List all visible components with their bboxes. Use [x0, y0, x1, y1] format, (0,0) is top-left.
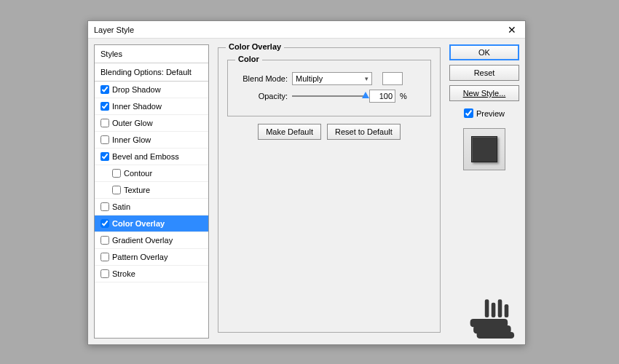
center-panel: Color Overlay Color Blend Mode: Multiply…: [215, 44, 443, 339]
styles-panel: Styles Blending Options: Default Drop Sh…: [94, 44, 209, 339]
style-row-outer-glow[interactable]: Outer Glow: [95, 115, 208, 132]
svg-rect-3: [505, 304, 509, 317]
opacity-row: Opacity: %: [237, 90, 422, 103]
style-checkbox[interactable]: [100, 253, 109, 261]
style-label: Drop Shadow: [112, 85, 161, 94]
style-row-pattern-overlay[interactable]: Pattern Overlay: [95, 249, 208, 266]
style-row-contour[interactable]: Contour: [95, 165, 208, 182]
style-label: Inner Shadow: [112, 102, 162, 111]
style-row-texture[interactable]: Texture: [95, 182, 208, 199]
preview-checkbox[interactable]: [464, 108, 473, 118]
style-label: Contour: [124, 169, 152, 178]
defaults-row: Make Default Reset to Default: [227, 124, 431, 140]
style-checkbox[interactable]: [100, 269, 109, 278]
style-label: Texture: [124, 186, 150, 194]
style-row-gradient-overlay[interactable]: Gradient Overlay: [95, 232, 208, 249]
color-overlay-group: Color Overlay Color Blend Mode: Multiply…: [218, 47, 441, 333]
dialog-title: Layer Style: [94, 25, 134, 34]
style-checkbox[interactable]: [100, 219, 109, 228]
slider-thumb-icon[interactable]: [362, 92, 369, 98]
style-row-inner-shadow[interactable]: Inner Shadow: [95, 98, 208, 115]
style-checkbox[interactable]: [100, 202, 109, 211]
style-checkbox[interactable]: [112, 169, 121, 178]
chevron-down-icon: ▾: [365, 75, 368, 82]
style-label: Outer Glow: [112, 119, 153, 127]
style-row-inner-glow[interactable]: Inner Glow: [95, 132, 208, 149]
opacity-input[interactable]: [369, 90, 395, 103]
style-label: Pattern Overlay: [112, 253, 167, 261]
style-label: Bevel and Emboss: [112, 152, 179, 161]
style-row-bevel-and-emboss[interactable]: Bevel and Emboss: [95, 149, 208, 165]
close-icon[interactable]: ✕: [505, 24, 519, 36]
style-label: Satin: [112, 202, 130, 211]
preview-inner: [471, 136, 497, 162]
svg-rect-1: [492, 303, 496, 317]
style-checkbox[interactable]: [100, 119, 109, 127]
dialog-body: Styles Blending Options: Default Drop Sh…: [88, 39, 525, 344]
style-label: Color Overlay: [112, 219, 165, 228]
color-swatch[interactable]: [382, 72, 403, 85]
opacity-slider[interactable]: [292, 95, 365, 97]
styles-list: Drop ShadowInner ShadowOuter GlowInner G…: [95, 82, 208, 282]
preview-swatch: [463, 128, 505, 170]
style-checkbox[interactable]: [100, 135, 109, 144]
reset-button[interactable]: Reset: [449, 65, 519, 81]
right-panel: OK Reset New Style... Preview: [449, 44, 519, 339]
svg-rect-2: [498, 299, 502, 317]
blend-mode-value: Multiply: [296, 74, 323, 83]
watermark-icon: [468, 298, 518, 339]
color-group-title: Color: [235, 55, 262, 63]
svg-rect-0: [485, 299, 489, 317]
style-row-drop-shadow[interactable]: Drop Shadow: [95, 82, 208, 98]
style-row-satin[interactable]: Satin: [95, 199, 208, 215]
titlebar: Layer Style ✕: [88, 21, 525, 39]
blend-mode-select[interactable]: Multiply ▾: [292, 72, 372, 85]
blend-mode-label: Blend Mode:: [237, 74, 288, 83]
color-group: Color Blend Mode: Multiply ▾ Opacity:: [227, 60, 431, 116]
layer-style-dialog: Layer Style ✕ Styles Blending Options: D…: [87, 20, 526, 345]
style-checkbox[interactable]: [100, 102, 109, 111]
style-checkbox[interactable]: [112, 186, 121, 194]
preview-row: Preview: [449, 108, 519, 118]
opacity-label: Opacity:: [237, 92, 288, 100]
style-checkbox[interactable]: [100, 152, 109, 161]
ok-button[interactable]: OK: [449, 44, 519, 60]
style-label: Gradient Overlay: [112, 236, 173, 245]
style-label: Stroke: [112, 269, 135, 278]
group-title: Color Overlay: [226, 42, 284, 51]
make-default-button[interactable]: Make Default: [258, 124, 321, 140]
style-checkbox[interactable]: [100, 85, 109, 94]
style-row-stroke[interactable]: Stroke: [95, 266, 208, 282]
opacity-unit: %: [400, 92, 407, 100]
blend-mode-row: Blend Mode: Multiply ▾: [237, 72, 422, 85]
style-row-color-overlay[interactable]: Color Overlay: [95, 215, 208, 232]
preview-label: Preview: [476, 109, 505, 118]
style-checkbox[interactable]: [100, 236, 109, 245]
new-style-button[interactable]: New Style...: [449, 85, 519, 101]
styles-header[interactable]: Styles: [95, 45, 208, 63]
blending-options[interactable]: Blending Options: Default: [95, 63, 208, 82]
style-label: Inner Glow: [112, 135, 151, 144]
reset-default-button[interactable]: Reset to Default: [327, 124, 401, 140]
